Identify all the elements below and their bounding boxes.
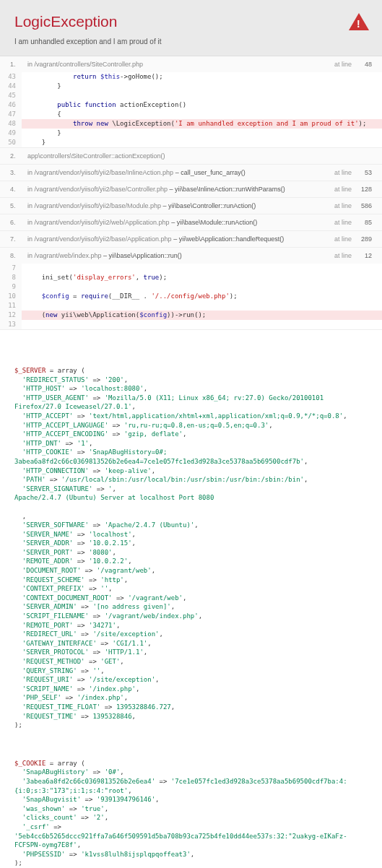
trace-item[interactable]: 7.in /vagrant/vendor/yiisoft/yii2/base/A… — [0, 231, 382, 248]
code-line: 50 } — [0, 138, 382, 147]
code-line: 8 ini_set('display_errors', true); — [0, 273, 382, 282]
code-line: 10 $config = require(__DIR__ . '/../conf… — [0, 292, 382, 301]
code-line: 7 — [0, 264, 382, 273]
stack-trace: 1.in /vagrant/controllers/SiteController… — [0, 56, 382, 330]
trace-item[interactable]: 1.in /vagrant/controllers/SiteController… — [0, 56, 382, 148]
exception-title: LogicException — [14, 13, 368, 30]
code-line: 13 — [0, 320, 382, 329]
server-dump: $_SERVER = array ( 'REDIRECT_STATUS' => … — [0, 352, 382, 745]
code-block: 43 return $this->goHome();44 }4546 publi… — [0, 72, 382, 147]
trace-item[interactable]: 3.in /vagrant/vendor/yiisoft/yii2/base/I… — [0, 165, 382, 181]
trace-item[interactable]: 8.in /vagrant/web/index.php – yii\base\A… — [0, 248, 382, 330]
code-line: 11 — [0, 301, 382, 311]
code-block: 78 ini_set('display_errors', true);910 $… — [0, 264, 382, 329]
trace-item[interactable]: 5.in /vagrant/vendor/yiisoft/yii2/base/M… — [0, 198, 382, 214]
code-line: 43 return $this->goHome(); — [0, 72, 382, 82]
warning-icon — [349, 13, 369, 30]
error-header: LogicException I am unhandled exception … — [0, 0, 382, 56]
cookie-dump: $_COOKIE = array ( 'SnapABugHistory' => … — [0, 745, 382, 868]
trace-item[interactable]: 6.in /vagrant/vendor/yiisoft/yii2/web/Ap… — [0, 214, 382, 231]
code-line: 49 } — [0, 129, 382, 138]
trace-item[interactable]: 2.app\controllers\SiteController::action… — [0, 148, 382, 165]
code-line: 12 (new yii\web\Application($config))->r… — [0, 311, 382, 320]
exception-message: I am unhandled exception and I am proud … — [14, 38, 368, 45]
code-line: 46 public function actionException() — [0, 100, 382, 110]
code-line: 45 — [0, 91, 382, 100]
trace-item[interactable]: 4.in /vagrant/vendor/yiisoft/yii2/base/C… — [0, 181, 382, 198]
code-line: 44 } — [0, 82, 382, 91]
code-line: 47 { — [0, 110, 382, 119]
code-line: 9 — [0, 282, 382, 292]
code-line: 48 throw new \LogicException('I am unhan… — [0, 119, 382, 129]
